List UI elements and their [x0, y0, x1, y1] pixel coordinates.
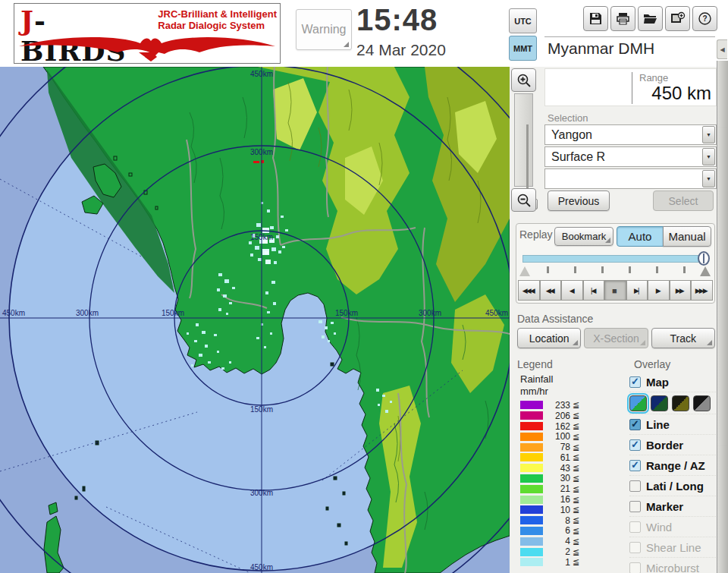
play-button[interactable]: ▶: [648, 280, 670, 301]
logo-subtitle: JRC-Brilliant & Intelligent Radar Dialog…: [158, 8, 277, 31]
capture-button[interactable]: [665, 6, 690, 31]
zoom-out-icon: [516, 193, 532, 208]
map-checkbox[interactable]: [629, 376, 641, 388]
map-style-option-2[interactable]: [651, 395, 668, 411]
help-button[interactable]: ?: [692, 6, 717, 31]
bookmark-button[interactable]: Bookmark: [554, 227, 613, 246]
replay-slider-track[interactable]: [522, 255, 703, 263]
zoom-in-button[interactable]: [511, 68, 536, 92]
overlay-title: Overlay: [634, 358, 670, 370]
step-forward-button[interactable]: ▶|: [626, 280, 648, 301]
legend-row: 8≦: [520, 515, 619, 526]
rewind-fast-button[interactable]: ◀◀◀: [518, 280, 540, 301]
data-assistance-buttons: Location X-Section Track: [517, 328, 715, 348]
map-style-option-1[interactable]: [629, 395, 647, 411]
legend-scale: 233≦ 206≦ 162≦ 100≦ 78≦ 61≦ 43≦ 30≦ 21≦ …: [520, 400, 619, 568]
overlay-row-lati-long[interactable]: Lati / Long: [629, 476, 716, 496]
zoom-out-button[interactable]: [511, 188, 536, 212]
svg-text:300km: 300km: [250, 489, 273, 497]
chevron-down-icon[interactable]: ▼: [702, 126, 715, 143]
selection-label: Selection: [548, 112, 588, 124]
panel-collapse-tab[interactable]: ◀: [717, 39, 727, 59]
legend-row: 162≦: [520, 421, 619, 432]
overlay-row-border[interactable]: Border: [629, 435, 716, 455]
map-zoom-control: [511, 68, 537, 213]
option-dropdown[interactable]: ▼: [544, 168, 717, 189]
step-back-button[interactable]: |◀: [583, 280, 605, 301]
overlay-list: Map Line Border Range / AZ Lati / Long M…: [629, 372, 716, 573]
eagle-icon: [17, 34, 277, 63]
range-az-checkbox[interactable]: [629, 460, 641, 471]
panel-right-strip[interactable]: [717, 61, 728, 573]
site-dropdown-value: Yangon: [545, 128, 702, 142]
overlay-row-marker[interactable]: Marker: [629, 496, 716, 517]
x-section-button[interactable]: X-Section: [584, 328, 648, 348]
zoom-slider-track[interactable]: [514, 93, 533, 187]
previous-button[interactable]: Previous: [548, 190, 610, 211]
rewind-button[interactable]: ◀◀: [540, 280, 562, 301]
legend-unit: Rainfall mm/hr: [520, 373, 553, 398]
chevron-down-icon[interactable]: ▼: [702, 170, 715, 187]
range-label: Range: [639, 72, 668, 83]
save-icon: [588, 11, 603, 26]
slider-end-marker[interactable]: [700, 266, 711, 276]
svg-text:450km: 450km: [485, 309, 508, 317]
print-button[interactable]: [610, 6, 635, 31]
location-button[interactable]: Location: [517, 328, 581, 348]
chevron-down-icon[interactable]: ▼: [702, 148, 715, 165]
manual-button[interactable]: Manual: [663, 226, 711, 247]
legend-row: 1≦: [520, 557, 619, 568]
svg-text:450km: 450km: [250, 70, 273, 78]
product-dropdown[interactable]: Surface R ▼: [544, 146, 717, 167]
toolbar: ?: [583, 6, 717, 31]
legend-row: 16≦: [520, 494, 619, 505]
legend-row: 2≦: [520, 546, 619, 557]
save-button[interactable]: [583, 6, 608, 31]
forward-button[interactable]: ▶▶: [670, 280, 692, 301]
folder-icon: [643, 11, 657, 26]
data-assistance-label: Data Assistance: [517, 313, 593, 325]
range-box: Range 450 km: [544, 68, 717, 106]
line-checkbox[interactable]: [629, 419, 641, 430]
legend-title: Legend: [517, 358, 553, 370]
playback-controls: ◀◀◀ ◀◀ ◀ |◀ ■ ▶| ▶ ▶▶ ▶▶▶: [518, 280, 713, 301]
overlay-row-range-az[interactable]: Range / AZ: [629, 455, 716, 476]
svg-text:150km: 150km: [162, 309, 184, 317]
overlay-row-shear-line: Shear Line: [629, 537, 716, 558]
auto-button[interactable]: Auto: [617, 226, 664, 247]
track-button[interactable]: Track: [651, 328, 715, 348]
legend-row: 4≦: [520, 536, 619, 546]
site-dropdown[interactable]: Yangon ▼: [544, 124, 717, 145]
open-folder-button[interactable]: [638, 6, 663, 31]
lati-long-checkbox[interactable]: [629, 480, 641, 492]
shear-line-checkbox: [629, 542, 641, 553]
legend-row: 43≦: [520, 463, 619, 474]
image-add-icon: [670, 11, 686, 26]
overlay-row-map[interactable]: Map: [629, 372, 716, 392]
slider-start-marker[interactable]: [519, 266, 530, 276]
map-style-option-4[interactable]: [693, 395, 711, 411]
product-dropdown-value: Surface R: [545, 150, 702, 164]
forward-fast-button[interactable]: ▶▶▶: [691, 280, 713, 301]
utc-button[interactable]: UTC: [509, 8, 537, 33]
zoom-in-icon: [516, 73, 532, 88]
select-button[interactable]: Select: [653, 190, 714, 211]
wind-checkbox: [629, 521, 641, 533]
overlay-row-line[interactable]: Line: [629, 414, 716, 435]
radar-map[interactable]: 450km 300km 150km 150km 300km 450km 450k…: [0, 67, 510, 573]
clock-time: 15:48: [356, 3, 438, 37]
legend-row: 30≦: [520, 474, 619, 484]
marker-checkbox[interactable]: [629, 501, 641, 512]
mmt-button[interactable]: MMT: [509, 36, 537, 61]
play-reverse-button[interactable]: ◀: [561, 280, 583, 301]
replay-slider-handle[interactable]: [698, 251, 710, 266]
border-checkbox[interactable]: [629, 439, 641, 451]
map-style-option-3[interactable]: [672, 395, 689, 411]
svg-text:150km: 150km: [335, 309, 358, 317]
svg-text:300km: 300km: [419, 309, 441, 317]
replay-slider-ticks: [519, 265, 711, 277]
microburst-checkbox: [629, 562, 641, 573]
warning-button[interactable]: Warning: [296, 9, 352, 50]
stop-button[interactable]: ■: [604, 280, 626, 301]
svg-text:450km: 450km: [250, 563, 273, 571]
